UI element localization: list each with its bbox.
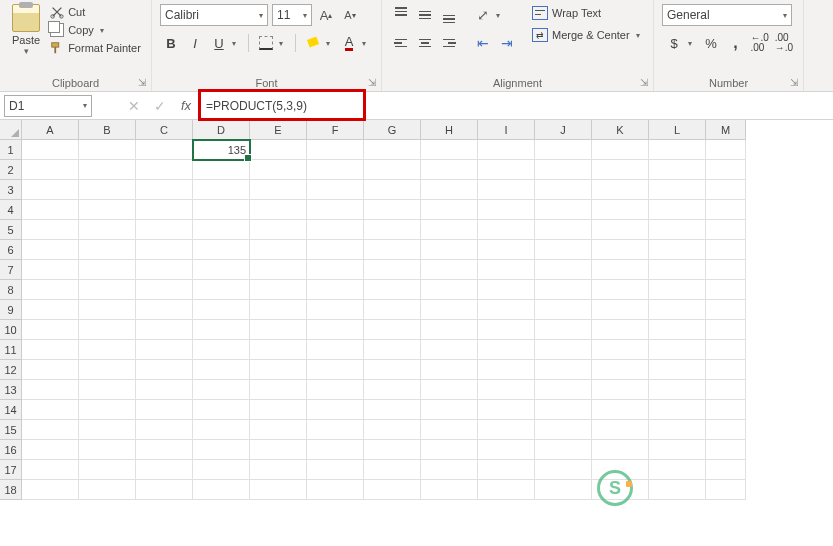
cell[interactable] xyxy=(79,360,136,380)
cell[interactable] xyxy=(592,140,649,160)
cell[interactable] xyxy=(478,180,535,200)
cell[interactable] xyxy=(535,320,592,340)
cell[interactable] xyxy=(478,400,535,420)
cell[interactable] xyxy=(478,420,535,440)
alignment-dialog-launcher[interactable]: ⇲ xyxy=(637,75,651,89)
cell[interactable] xyxy=(250,220,307,240)
chevron-down-icon[interactable]: ▾ xyxy=(688,39,698,48)
cell[interactable] xyxy=(478,280,535,300)
cell[interactable] xyxy=(193,300,250,320)
format-painter-button[interactable]: Format Painter xyxy=(48,40,143,56)
font-size-select[interactable]: 11 ▾ xyxy=(272,4,312,26)
cell[interactable] xyxy=(193,200,250,220)
cell[interactable] xyxy=(136,480,193,500)
column-header[interactable]: F xyxy=(307,120,364,140)
column-header[interactable]: K xyxy=(592,120,649,140)
cell[interactable] xyxy=(22,280,79,300)
cell[interactable] xyxy=(478,440,535,460)
cell[interactable] xyxy=(421,480,478,500)
grow-font-button[interactable]: A▴ xyxy=(316,5,336,25)
row-header[interactable]: 18 xyxy=(0,480,22,500)
cell[interactable] xyxy=(193,420,250,440)
row-header[interactable]: 2 xyxy=(0,160,22,180)
cell[interactable] xyxy=(193,360,250,380)
row-header[interactable]: 6 xyxy=(0,240,22,260)
merge-center-button[interactable]: ⇄ Merge & Center ▾ xyxy=(530,26,642,44)
cell[interactable] xyxy=(250,180,307,200)
italic-button[interactable]: I xyxy=(184,32,206,54)
chevron-down-icon[interactable]: ▾ xyxy=(636,31,640,40)
cell[interactable] xyxy=(364,220,421,240)
align-center-button[interactable] xyxy=(414,32,436,54)
cell[interactable] xyxy=(364,480,421,500)
cell[interactable] xyxy=(307,360,364,380)
cell[interactable] xyxy=(535,440,592,460)
cell[interactable] xyxy=(364,340,421,360)
cell[interactable] xyxy=(706,200,746,220)
cell[interactable] xyxy=(193,440,250,460)
cell[interactable] xyxy=(535,300,592,320)
cell[interactable] xyxy=(79,480,136,500)
row-header[interactable]: 8 xyxy=(0,280,22,300)
cell[interactable] xyxy=(136,320,193,340)
cell[interactable] xyxy=(250,240,307,260)
chevron-down-icon[interactable]: ▾ xyxy=(783,11,787,20)
cell[interactable] xyxy=(22,480,79,500)
cell[interactable] xyxy=(307,420,364,440)
cell[interactable] xyxy=(535,160,592,180)
cell[interactable] xyxy=(79,420,136,440)
cell[interactable] xyxy=(22,240,79,260)
cell[interactable] xyxy=(421,400,478,420)
cell[interactable] xyxy=(649,160,706,180)
increase-indent-button[interactable]: ⇥ xyxy=(496,32,518,54)
column-header[interactable]: A xyxy=(22,120,79,140)
insert-function-button[interactable]: fx xyxy=(176,96,196,116)
cell[interactable] xyxy=(79,220,136,240)
cell[interactable] xyxy=(478,380,535,400)
cell[interactable] xyxy=(250,300,307,320)
cell[interactable] xyxy=(193,180,250,200)
row-header[interactable]: 4 xyxy=(0,200,22,220)
cell[interactable] xyxy=(250,400,307,420)
cell[interactable] xyxy=(136,200,193,220)
cell[interactable] xyxy=(307,300,364,320)
cell[interactable] xyxy=(307,200,364,220)
cell[interactable] xyxy=(706,300,746,320)
cell[interactable] xyxy=(193,160,250,180)
decrease-indent-button[interactable]: ⇤ xyxy=(472,32,494,54)
cell[interactable] xyxy=(592,300,649,320)
row-header[interactable]: 15 xyxy=(0,420,22,440)
cell[interactable] xyxy=(307,140,364,160)
cell[interactable] xyxy=(79,460,136,480)
cell[interactable] xyxy=(22,440,79,460)
font-name-select[interactable]: Calibri ▾ xyxy=(160,4,268,26)
column-header[interactable]: G xyxy=(364,120,421,140)
cell[interactable] xyxy=(592,240,649,260)
cell[interactable] xyxy=(193,280,250,300)
chevron-down-icon[interactable]: ▾ xyxy=(259,11,263,20)
percent-button[interactable]: % xyxy=(700,32,722,54)
align-bottom-button[interactable] xyxy=(438,4,460,26)
cell[interactable] xyxy=(478,160,535,180)
cell[interactable] xyxy=(136,280,193,300)
cell[interactable] xyxy=(364,180,421,200)
cell[interactable] xyxy=(421,320,478,340)
cell[interactable] xyxy=(478,220,535,240)
cell[interactable] xyxy=(706,240,746,260)
cell[interactable] xyxy=(421,460,478,480)
cell[interactable] xyxy=(193,240,250,260)
chevron-down-icon[interactable]: ▾ xyxy=(24,46,29,56)
cell[interactable] xyxy=(592,260,649,280)
cell[interactable] xyxy=(307,460,364,480)
cell[interactable] xyxy=(193,460,250,480)
cell[interactable] xyxy=(706,420,746,440)
cell[interactable] xyxy=(250,420,307,440)
cell[interactable] xyxy=(421,240,478,260)
cell[interactable] xyxy=(22,340,79,360)
cell[interactable] xyxy=(649,360,706,380)
orientation-button[interactable]: ⤢ xyxy=(472,4,494,26)
row-header[interactable]: 13 xyxy=(0,380,22,400)
comma-button[interactable]: , xyxy=(724,32,746,54)
cell[interactable] xyxy=(22,320,79,340)
cell[interactable] xyxy=(79,320,136,340)
